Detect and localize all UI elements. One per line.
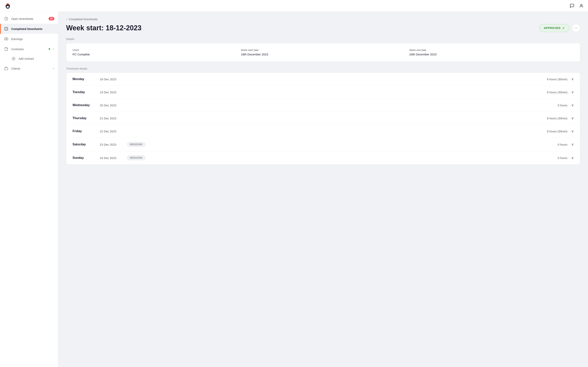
open-timesheets-badge: 25	[49, 17, 54, 20]
header-actions: APPROVED ✓ ⋯	[539, 24, 580, 32]
detail-client: Client PC Complete	[73, 49, 237, 56]
breadcrumb[interactable]: ‹ Completed timesheets	[66, 17, 580, 21]
row-date-1: 19 Dec 2023	[100, 91, 127, 94]
row-day-6: Sunday	[73, 156, 100, 159]
sidebar-label-open-timesheets: Open timesheets	[11, 17, 49, 20]
timesheet-row: Thursday 21 Dec 2023 8 hours (30min) ∨	[66, 112, 580, 125]
completed-icon	[4, 26, 8, 31]
sidebar-label-contracts: Contracts	[11, 47, 49, 51]
row-date-4: 22 Dec 2023	[100, 130, 127, 133]
more-options-button[interactable]: ⋯	[572, 24, 580, 32]
row-expand-chevron-0[interactable]: ∨	[571, 77, 574, 81]
breadcrumb-label: Completed timesheets	[69, 17, 98, 21]
approved-badge: APPROVED ✓	[539, 24, 569, 32]
clients-chevron-icon: ∨	[52, 67, 54, 70]
week-end-value: 24th December 2023	[409, 53, 574, 56]
week-end-label: Week end date	[409, 49, 574, 51]
weekend-tag-5: WEEKEND	[127, 142, 145, 147]
app-logo	[4, 2, 12, 10]
row-expand-chevron-6[interactable]: ∨	[571, 156, 574, 160]
contracts-chevron-icon: ∧	[52, 48, 54, 50]
sidebar-item-earnings[interactable]: Earnings	[0, 34, 58, 44]
row-hours-6: 0 hours	[536, 156, 567, 159]
timesheet-row: Sunday 24 Dec 2023 WEEKEND 0 hours ∨	[66, 151, 580, 165]
row-expand-chevron-1[interactable]: ∨	[571, 90, 574, 94]
main-content: ‹ Completed timesheets Week start: 18-12…	[58, 12, 588, 367]
svg-point-9	[6, 39, 7, 40]
svg-point-4	[7, 6, 9, 8]
client-value: PC Complete	[73, 53, 237, 56]
svg-point-5	[581, 4, 582, 6]
page-title: Week start: 18-12-2023	[66, 24, 142, 32]
active-bar	[0, 24, 1, 34]
row-hours-1: 8 hours (30min)	[536, 91, 567, 94]
topbar	[0, 0, 588, 12]
svg-point-3	[8, 4, 9, 5]
row-expand-chevron-4[interactable]: ∨	[571, 129, 574, 133]
weekend-tag-6: WEEKEND	[127, 156, 145, 160]
timesheet-row: Wednesday 20 Dec 2023 0 hours ∨	[66, 99, 580, 112]
row-hours-4: 8 hours (30min)	[536, 130, 567, 133]
row-date-2: 20 Dec 2023	[100, 104, 127, 107]
row-day-4: Friday	[73, 129, 100, 133]
topbar-icons	[569, 3, 584, 8]
sidebar-label-earnings: Earnings	[11, 37, 54, 41]
timesheet-row: Saturday 23 Dec 2023 WEEKEND 0 hours ∨	[66, 138, 580, 151]
row-day-1: Tuesday	[73, 90, 100, 94]
row-day-5: Saturday	[73, 143, 100, 146]
more-dots-icon: ⋯	[574, 26, 578, 30]
breadcrumb-chevron-icon: ‹	[66, 18, 67, 21]
approved-check-icon: ✓	[562, 26, 565, 30]
row-date-0: 18 Dec 2023	[100, 78, 127, 81]
row-date-3: 21 Dec 2023	[100, 117, 127, 120]
row-hours-2: 0 hours	[536, 104, 567, 107]
row-day-0: Monday	[73, 77, 100, 81]
timesheet-section-label: Timesheet details	[66, 67, 580, 70]
sidebar-item-contracts[interactable]: Contracts ∧	[0, 44, 58, 54]
client-label: Client	[73, 49, 237, 51]
row-expand-chevron-2[interactable]: ∨	[571, 103, 574, 107]
add-icon	[11, 56, 16, 61]
sidebar-label-add-contract: Add contract	[19, 57, 34, 60]
sidebar: Open timesheets 25 Completed timesheets …	[0, 12, 58, 367]
sidebar-label-clients: Clients	[11, 67, 52, 70]
approved-label: APPROVED	[544, 26, 561, 30]
detail-week-start: Week start date 18th December 2023	[241, 49, 405, 56]
row-date-5: 23 Dec 2023	[100, 143, 127, 146]
week-start-value: 18th December 2023	[241, 53, 405, 56]
detail-week-end: Week end date 24th December 2023	[409, 49, 574, 56]
svg-rect-8	[5, 38, 8, 40]
earnings-icon	[4, 37, 8, 41]
contracts-dot	[49, 48, 50, 50]
clock-icon	[4, 16, 8, 21]
sidebar-item-add-contract[interactable]: Add contract	[0, 54, 58, 63]
details-grid: Client PC Complete Week start date 18th …	[73, 49, 574, 56]
row-day-2: Wednesday	[73, 103, 100, 107]
timesheet-row: Tuesday 19 Dec 2023 8 hours (30min) ∨	[66, 86, 580, 99]
timesheet-rows: Monday 18 Dec 2023 8 hours (30min) ∨ Tue…	[66, 73, 580, 165]
messages-icon[interactable]	[569, 3, 575, 8]
row-expand-chevron-5[interactable]: ∨	[571, 142, 574, 147]
row-day-3: Thursday	[73, 117, 100, 120]
row-tags-6: WEEKEND	[127, 156, 536, 160]
row-date-6: 24 Dec 2023	[100, 156, 127, 159]
row-hours-0: 8 hours (30min)	[536, 78, 567, 81]
svg-rect-13	[5, 68, 8, 70]
sidebar-item-completed-timesheets[interactable]: Completed timesheets	[0, 24, 58, 34]
details-card: Client PC Complete Week start date 18th …	[66, 43, 580, 62]
row-expand-chevron-3[interactable]: ∨	[571, 116, 574, 120]
contracts-icon	[4, 47, 8, 51]
page-header: Week start: 18-12-2023 APPROVED ✓ ⋯	[66, 24, 580, 32]
clients-icon	[4, 66, 8, 71]
sidebar-item-clients[interactable]: Clients ∨	[0, 63, 58, 74]
row-tags-5: WEEKEND	[127, 142, 536, 147]
profile-icon[interactable]	[579, 3, 584, 8]
svg-point-2	[7, 4, 8, 5]
sidebar-label-completed: Completed timesheets	[11, 27, 54, 31]
details-section-label: Details	[66, 38, 580, 41]
row-hours-5: 0 hours	[536, 143, 567, 146]
sidebar-item-open-timesheets[interactable]: Open timesheets 25	[0, 14, 58, 24]
timesheet-row: Monday 18 Dec 2023 8 hours (30min) ∨	[66, 73, 580, 86]
week-start-label: Week start date	[241, 49, 405, 51]
timesheet-row: Friday 22 Dec 2023 8 hours (30min) ∨	[66, 125, 580, 138]
